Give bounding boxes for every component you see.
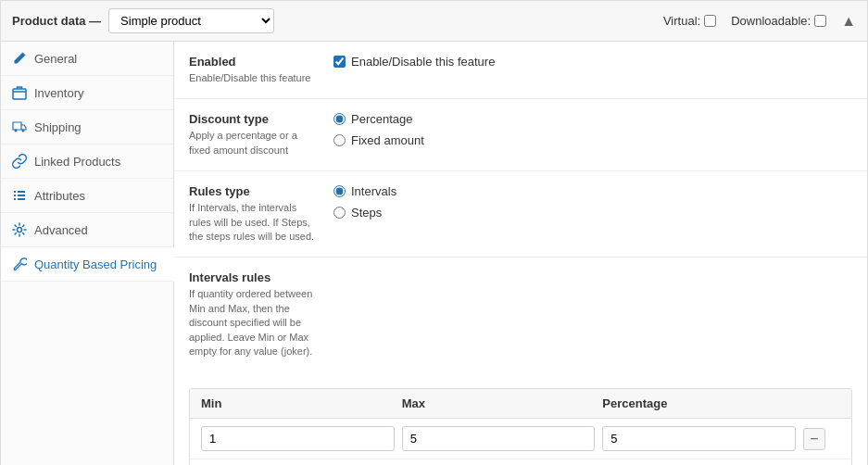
discount-type-fixed-text: Fixed amount <box>351 133 424 147</box>
sidebar-item-quantity-based-pricing[interactable]: Quantity Based Pricing <box>1 247 174 282</box>
svg-rect-4 <box>18 191 25 193</box>
discount-type-fixed-radio[interactable] <box>333 134 346 146</box>
sidebar-item-shipping[interactable]: Shipping <box>1 110 173 145</box>
virtual-downloadable-options: Virtual: Downloadable: <box>663 14 826 28</box>
discount-type-control: Percentage Fixed amount <box>333 112 852 157</box>
row1-max-input[interactable] <box>402 426 596 451</box>
sidebar-label-attributes: Attributes <box>34 189 85 203</box>
virtual-checkbox[interactable] <box>704 15 716 27</box>
rules-type-desc: If Intervals, the intervals rules will b… <box>189 201 319 244</box>
discount-type-percentage-text: Percentage <box>351 112 413 126</box>
enabled-field: Enabled Enable/Disable this feature Enab… <box>174 42 867 99</box>
discount-type-label-col: Discount type Apply a percentage or a fi… <box>189 112 319 157</box>
sidebar-label-linked-products: Linked Products <box>34 155 120 169</box>
gear-icon <box>12 222 27 237</box>
product-data-label: Product data — <box>12 14 101 28</box>
row1-percentage-input[interactable] <box>602 426 796 451</box>
row1-remove-button[interactable]: − <box>803 428 825 450</box>
svg-point-1 <box>15 130 18 132</box>
table-row: − <box>190 419 851 459</box>
svg-rect-3 <box>14 191 16 193</box>
sidebar: General Inventory Shipping Linked Produc… <box>1 42 174 465</box>
svg-rect-7 <box>14 198 16 200</box>
enabled-checkbox-label[interactable]: Enable/Disable this feature <box>333 55 852 69</box>
sidebar-item-general[interactable]: General <box>1 42 173 76</box>
product-data-body: General Inventory Shipping Linked Produc… <box>0 41 868 465</box>
rules-type-intervals-label[interactable]: Intervals <box>333 184 852 198</box>
enabled-checkbox[interactable] <box>333 56 346 68</box>
row1-min-input[interactable] <box>201 426 395 451</box>
col-max: Max <box>402 396 596 410</box>
discount-type-percentage-radio[interactable] <box>333 113 346 125</box>
intervals-table-header: Min Max Percentage <box>190 389 851 419</box>
rules-type-steps-label[interactable]: Steps <box>333 206 852 220</box>
collapse-button[interactable]: ▲ <box>841 13 856 30</box>
svg-rect-5 <box>14 195 16 196</box>
rules-type-steps-radio[interactable] <box>333 207 346 219</box>
discount-type-percentage-label[interactable]: Percentage <box>333 112 852 126</box>
sidebar-label-advanced: Advanced <box>34 223 88 237</box>
col-min: Min <box>201 396 395 410</box>
list-icon <box>12 188 27 203</box>
intervals-header-row: Intervals rules If quantity ordered betw… <box>189 270 852 358</box>
sidebar-item-attributes[interactable]: Attributes <box>1 179 173 213</box>
svg-rect-0 <box>13 89 26 99</box>
table-row: − <box>190 459 851 465</box>
rules-type-title: Rules type <box>189 184 319 198</box>
intervals-title: Intervals rules <box>189 270 319 284</box>
svg-rect-8 <box>18 198 25 200</box>
intervals-table: Min Max Percentage − <box>189 388 852 465</box>
box-icon <box>12 85 27 100</box>
truck-icon <box>12 119 27 134</box>
intervals-label-col: Intervals rules If quantity ordered betw… <box>189 270 319 358</box>
rules-type-intervals-radio[interactable] <box>333 185 346 197</box>
svg-rect-6 <box>18 195 25 196</box>
product-data-header: Product data — Simple product Variable p… <box>0 0 868 41</box>
sidebar-item-advanced[interactable]: Advanced <box>1 213 173 247</box>
intervals-table-wrapper: Min Max Percentage − <box>189 384 852 465</box>
wrench-icon <box>12 257 27 271</box>
enabled-desc: Enable/Disable this feature <box>189 71 319 85</box>
svg-point-2 <box>22 130 25 132</box>
sidebar-label-shipping: Shipping <box>34 120 82 134</box>
enabled-label-col: Enabled Enable/Disable this feature <box>189 55 319 85</box>
discount-type-desc: Apply a percentage or a fixed amount dis… <box>189 129 319 157</box>
discount-type-title: Discount type <box>189 112 319 126</box>
sidebar-label-inventory: Inventory <box>34 86 83 100</box>
intervals-rules-field: Intervals rules If quantity ordered betw… <box>174 258 867 465</box>
discount-type-fixed-label[interactable]: Fixed amount <box>333 133 852 147</box>
enabled-title: Enabled <box>189 55 319 69</box>
product-type-select[interactable]: Simple product Variable product Grouped … <box>108 8 274 33</box>
intervals-desc: If quantity ordered between Min and Max,… <box>189 287 319 358</box>
col-percentage: Percentage <box>602 396 796 410</box>
rules-type-control: Intervals Steps <box>333 184 852 244</box>
rules-type-intervals-text: Intervals <box>351 184 396 198</box>
downloadable-label[interactable]: Downloadable: <box>731 14 826 28</box>
sidebar-label-general: General <box>34 52 77 66</box>
rules-type-label-col: Rules type If Intervals, the intervals r… <box>189 184 319 244</box>
pencil-icon <box>12 51 27 66</box>
svg-point-9 <box>18 228 22 232</box>
rules-type-steps-text: Steps <box>351 206 382 220</box>
sidebar-item-linked-products[interactable]: Linked Products <box>1 145 173 179</box>
virtual-label[interactable]: Virtual: <box>663 14 716 28</box>
enabled-checkbox-text: Enable/Disable this feature <box>351 55 495 69</box>
sidebar-label-quantity-based-pricing: Quantity Based Pricing <box>34 258 157 271</box>
downloadable-checkbox[interactable] <box>814 15 826 27</box>
sidebar-item-inventory[interactable]: Inventory <box>1 76 173 110</box>
rules-type-field: Rules type If Intervals, the intervals r… <box>174 171 867 258</box>
discount-type-field: Discount type Apply a percentage or a fi… <box>174 99 867 171</box>
enabled-control: Enable/Disable this feature <box>333 55 852 85</box>
link-icon <box>12 154 27 169</box>
main-content: Enabled Enable/Disable this feature Enab… <box>174 42 867 465</box>
